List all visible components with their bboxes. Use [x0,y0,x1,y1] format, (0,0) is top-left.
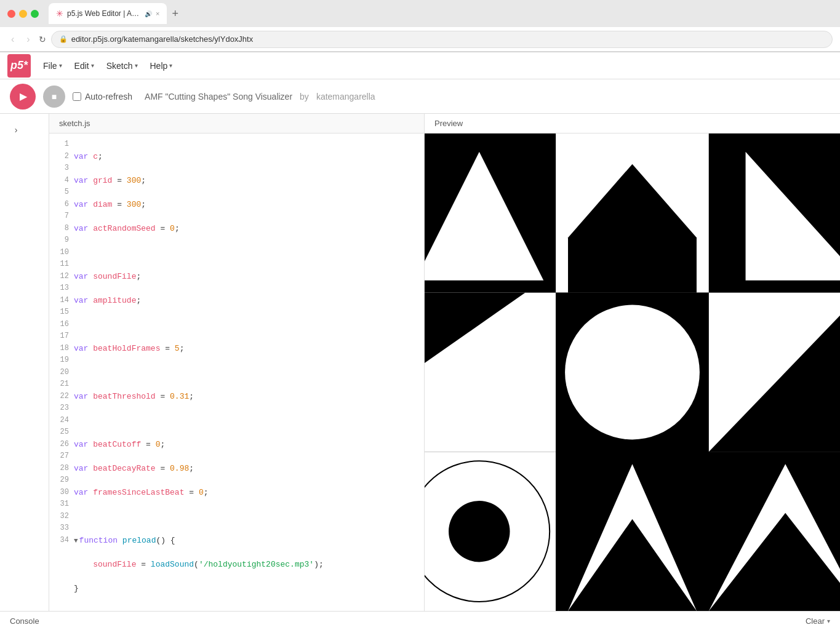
menu-sketch[interactable]: Sketch ▾ [102,57,143,74]
clear-label: Clear [806,616,825,626]
address-text: editor.p5js.org/katemangarella/sketches/… [71,34,825,44]
preview-label: Preview [434,119,463,128]
code-line-3: var diam = 300; [74,199,419,211]
clear-button[interactable]: Clear ▾ [806,616,830,626]
preview-header: Preview [425,114,840,134]
code-line-11: var beatThreshold = 0.31; [74,391,419,403]
code-line-18: soundFile = loadSound('/holdyoutight20se… [74,559,419,571]
code-line-14: var beatDecayRate = 0.98; [74,463,419,475]
minimize-window-btn[interactable] [19,10,27,18]
code-line-6: var soundFile; [74,271,419,283]
menu-help[interactable]: Help ▾ [145,57,178,74]
stop-icon: ■ [52,92,57,102]
tab-bar: ✳ p5.js Web Editor | AMF "C... 🔊 × + [49,3,178,24]
close-window-btn[interactable] [7,10,15,18]
code-line-19: } [74,583,419,595]
tab-favicon: ✳ [56,9,63,18]
file-panel: › [0,114,49,611]
code-line-15: var framesSinceLastBeat = 0; [74,487,419,499]
code-line-8 [74,319,419,331]
active-tab[interactable]: ✳ p5.js Web Editor | AMF "C... 🔊 × [49,3,167,24]
nav-bar: ‹ › ↻ 🔒 editor.p5js.org/katemangarella/s… [0,27,840,52]
svg-point-10 [565,305,700,440]
new-tab-btn[interactable]: + [172,7,178,20]
title-bar: ✳ p5.js Web Editor | AMF "C... 🔊 × + [0,0,840,27]
maximize-window-btn[interactable] [31,10,39,18]
code-line-4: var actRandomSeed = 0; [74,223,419,235]
sketch-by: by [300,92,309,102]
main-content: › sketch.js 12345 678910 1112131415 1617… [0,114,840,611]
forward-btn[interactable]: › [23,33,33,46]
code-line-16 [74,511,419,523]
chevron-down-icon: ▾ [827,618,830,624]
browser-chrome: ✳ p5.js Web Editor | AMF "C... 🔊 × + ‹ ›… [0,0,840,52]
traffic-lights [7,10,39,18]
code-line-5 [74,247,419,259]
tab-audio-icon: 🔊 [145,10,152,17]
menu-edit[interactable]: Edit ▾ [70,57,99,74]
stop-button[interactable]: ■ [43,86,65,108]
svg-point-15 [449,501,510,562]
code-line-7: var amplitude; [74,295,419,307]
tab-title: p5.js Web Editor | AMF "C... [67,9,141,18]
help-menu-arrow: ▾ [169,62,172,69]
preview-visualization [425,134,840,611]
back-btn[interactable]: ‹ [7,33,18,46]
play-button[interactable]: ▶ [10,84,36,110]
console-label: Console [10,616,39,626]
code-line-17: ▼function preload() { [74,535,419,547]
p5-logo: p5* [7,54,31,78]
code-editor: sketch.js 12345 678910 1112131415 161718… [49,114,425,611]
file-menu-arrow: ▾ [59,62,62,69]
preview-panel: Preview [425,114,840,611]
play-icon: ▶ [20,90,27,102]
file-panel-toggle[interactable]: › [5,119,27,141]
console-bar: Console Clear ▾ [0,611,840,630]
tab-close-btn[interactable]: × [156,10,159,17]
auto-refresh-text: Auto-refresh [85,92,132,102]
sketch-author: katemangarella [316,92,375,102]
code-line-9: var beatHoldFrames = 5; [74,343,419,355]
address-bar[interactable]: 🔒 editor.p5js.org/katemangarella/sketche… [51,31,833,48]
app-header: p5* File ▾ Edit ▾ Sketch ▾ Help ▾ [0,52,840,79]
chevron-right-icon: › [15,125,18,135]
line-numbers: 12345 678910 1112131415 1617181920 21222… [49,134,71,611]
code-line-13: var beatCutoff = 0; [74,439,419,451]
code-line-12 [74,415,419,427]
auto-refresh-label[interactable]: Auto-refresh [73,92,132,102]
menu-file[interactable]: File ▾ [38,57,67,74]
auto-refresh-checkbox[interactable] [73,92,81,101]
preview-canvas [425,134,840,611]
code-lines[interactable]: var c; var grid = 300; var diam = 300; v… [71,134,424,611]
code-line-20 [74,607,419,612]
lock-icon: 🔒 [59,35,68,43]
toolbar: ▶ ■ Auto-refresh AMF "Cutting Shapes" So… [0,79,840,114]
sketch-menu-arrow: ▾ [135,62,138,69]
reload-btn[interactable]: ↻ [39,34,46,44]
sketch-title: AMF "Cutting Shapes" Song Visualizer [145,92,292,102]
edit-menu-arrow: ▾ [91,62,94,69]
code-line-10 [74,367,419,379]
code-line-1: var c; [74,151,419,163]
code-line-2: var grid = 300; [74,175,419,187]
editor-tab-sketchjs[interactable]: sketch.js [49,114,424,134]
code-container[interactable]: 12345 678910 1112131415 1617181920 21222… [49,134,424,611]
editor-filename: sketch.js [59,119,90,128]
